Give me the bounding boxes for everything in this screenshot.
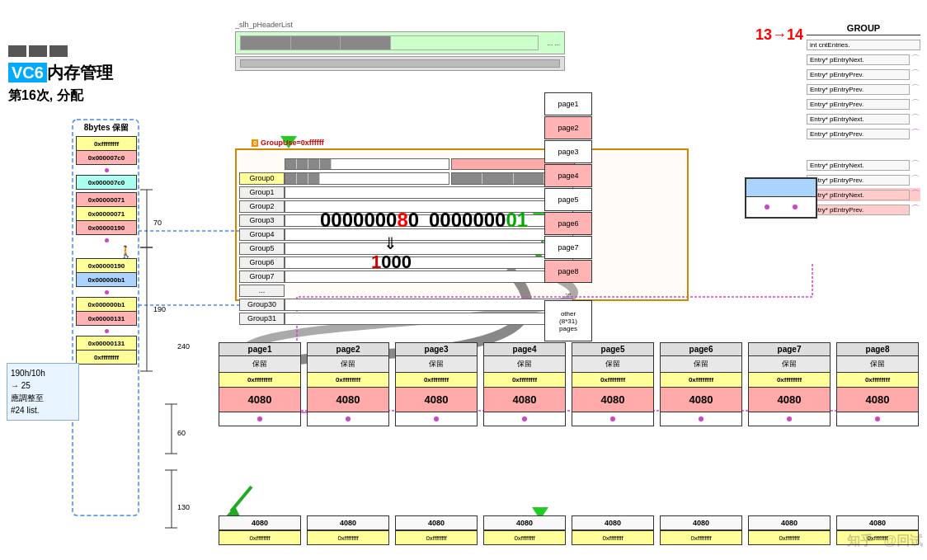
group30-bits [285,299,573,311]
group-dots-row: ... [239,284,575,297]
group-entry-7: Entry* pEntryNext. ⌒ [807,158,920,172]
group-header-bits [239,158,575,170]
mem-block-1: 0x000007c0 [76,150,137,165]
dim-240: 240 [177,342,190,351]
info-box: 190h/10h → 25 應調整至 #24 list. [7,363,79,421]
group7-label: Group7 [239,271,285,283]
page-dots: ... [544,284,592,300]
watermark1: 知乎 [847,533,873,550]
entry-1-text: Entry* pEntryNext. [807,54,910,65]
stripe-decoration [8,45,140,57]
memory-column: 8bytes 保留 0xffffffff 0x000007c0 0x000007… [76,122,137,365]
bs2-size: 4080 [307,515,389,530]
bs5-addr: 0xffffffff [572,530,654,545]
bs1-addr: 0xffffffff [219,530,301,545]
group-use-zero: 0 [252,139,258,147]
entry-0-text: int cntEntries. [807,40,920,50]
bottom-pages-row: page1 保留 0xffffffff 4080 page2 保留 0xffff… [219,342,919,426]
bp8-title: page8 [837,343,918,356]
bottom-page-5: page5 保留 0xffffffff 4080 [572,342,654,426]
mem-block-0: 0xffffffff [76,136,137,151]
group-dots-bits [285,285,573,297]
bp6-size: 4080 [661,388,741,412]
g0b-empty [320,173,449,184]
bp7-title: page7 [749,343,830,356]
bp1-addr: 0xffffffff [219,373,300,388]
group-entry-6: Entry* pEntryPrev. ⌒ [807,127,920,140]
bottom-page-2: page2 保留 0xffffffff 4080 [307,342,389,426]
stripe2 [29,45,47,57]
bp2-reserved: 保留 [308,356,388,373]
group5-bits [285,242,573,255]
bp4-title: page4 [484,343,565,356]
entry-8-text: Entry* pEntryPrev. [807,175,910,186]
bottom-page-3: page3 保留 0xffffffff 4080 [395,342,478,426]
mem-block-3: 0x00000071 [76,192,137,207]
bs4-size: 4080 [483,515,566,530]
g0rb2 [482,173,513,184]
bp7-dot [787,416,792,421]
mem-block-5: 0x00000190 [76,220,137,235]
binary-right-prefix: 0000000 [429,209,506,231]
group-entry-1: Entry* pEntryNext. ⌒ [807,53,920,66]
group-entry-4: Entry* pEntryPrev. ⌒ [807,97,920,111]
page-item-8: page8 [544,260,592,283]
group-entry-5: Entry* pEntryNext. ⌒ [807,112,920,125]
stick-figure: 🚶 [76,245,137,258]
binary-left-suffix: 0 [408,209,419,231]
hb3 [308,159,320,169]
group-entry-8: Entry* pEntryPrev. ⌒ [807,173,920,186]
small-box-24 [745,177,817,219]
bottom-page-1: page1 保留 0xffffffff 4080 [219,342,301,426]
group-panel-title: GROUP [807,23,920,35]
bp6-title: page6 [661,343,741,356]
mem-block-7: 0x000000b1 [76,272,137,287]
small-box-dots [746,197,816,217]
page-other: other(8*31)pages [544,300,592,341]
entry-10-arrow: ⌒ [911,203,920,217]
bp3-reserved: 保留 [396,356,477,373]
binary-result: 1000 [371,252,412,273]
page-item-5: page5 [544,188,592,211]
bp8-reserved: 保留 [837,356,918,373]
mem-label: 8bytes 保留 [76,122,137,134]
bit2 [291,36,341,49]
bp6-dot-row [661,412,741,426]
entry-7-arrow: ⌒ [911,158,920,172]
bp1-dot-row [219,412,300,426]
group-use-text: GroupUse=0xffffff [261,139,324,147]
binary-result-red: 1 [371,252,381,272]
bp3-dot-row [396,412,477,426]
bottom-page-8: page8 保留 0xffffffff 4080 [836,342,919,426]
vc6-label: VC6 [8,63,47,82]
bp2-size: 4080 [308,388,388,412]
bottom-page-4: page4 保留 0xffffffff 4080 [483,342,566,426]
group-use-annotation: 0 GroupUse=0xffffff [252,139,324,147]
group0-label: Group0 [239,172,285,185]
bp4-addr: 0xffffffff [484,373,565,388]
header-subbar-fill [240,59,560,68]
bp2-dot-row [308,412,388,426]
dots-label: ... ... [547,40,560,47]
bs6: 4080 0xffffffff [660,515,742,545]
header-bit-row [285,158,449,170]
group-panel: GROUP int cntEntries. Entry* pEntryNext.… [807,23,920,218]
entry-3-text: Entry* pEntryPrev. [807,84,910,95]
bs7-size: 4080 [748,515,831,530]
bp3-title: page3 [396,343,477,356]
header-label-text: _slh_pHeaderList [235,21,293,29]
g0rb3 [514,173,544,184]
group6-label: Group6 [239,256,285,269]
entry-6-arrow: ⌒ [911,127,920,141]
dim-60: 60 [177,429,186,437]
bs3-addr: 0xffffffff [395,530,478,545]
entry-8-arrow: ⌒ [911,173,920,187]
entry-3-arrow: ⌒ [911,82,920,96]
info-line1: 190h/10h [11,367,75,379]
group31-bits [285,313,573,325]
bp4-dot-row [484,412,565,426]
dim-70: 70 [153,219,162,227]
stripe1 [8,45,26,57]
stripe3 [49,45,68,57]
small-box-blue [746,179,816,197]
